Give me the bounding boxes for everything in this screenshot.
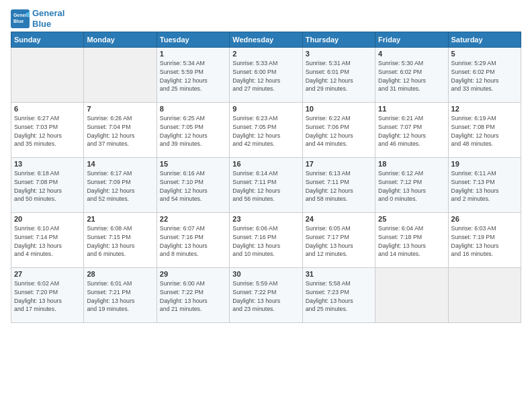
calendar-cell: 15Sunrise: 6:16 AMSunset: 7:10 PMDayligh… — [157, 158, 229, 213]
weekday-header: Monday — [84, 32, 157, 48]
day-info: Sunrise: 6:22 AMSunset: 7:06 PMDaylight:… — [306, 114, 372, 148]
day-number: 8 — [160, 105, 226, 113]
weekday-header: Thursday — [302, 32, 375, 48]
calendar-cell: 10Sunrise: 6:22 AMSunset: 7:06 PMDayligh… — [302, 103, 375, 158]
calendar-cell: 12Sunrise: 6:19 AMSunset: 7:08 PMDayligh… — [448, 103, 521, 158]
calendar-cell: 3Sunrise: 5:31 AMSunset: 6:01 PMDaylight… — [302, 48, 375, 103]
day-info: Sunrise: 6:18 AMSunset: 7:08 PMDaylight:… — [14, 169, 81, 203]
day-info: Sunrise: 5:31 AMSunset: 6:01 PMDaylight:… — [306, 59, 372, 93]
day-number: 11 — [378, 105, 445, 113]
day-number: 31 — [306, 270, 372, 278]
day-number: 21 — [87, 215, 153, 223]
calendar-cell: 6Sunrise: 6:27 AMSunset: 7:03 PMDaylight… — [11, 103, 84, 158]
weekday-header: Wednesday — [230, 32, 302, 48]
calendar-cell: 23Sunrise: 6:06 AMSunset: 7:16 PMDayligh… — [230, 213, 302, 268]
day-info: Sunrise: 6:26 AMSunset: 7:04 PMDaylight:… — [87, 114, 153, 148]
svg-text:Blue: Blue — [13, 19, 24, 24]
day-number: 14 — [87, 160, 153, 168]
calendar-cell: 11Sunrise: 6:21 AMSunset: 7:07 PMDayligh… — [375, 103, 448, 158]
calendar-cell: 30Sunrise: 5:59 AMSunset: 7:22 PMDayligh… — [230, 268, 302, 323]
logo: General Blue General Blue — [11, 8, 64, 29]
day-number: 27 — [14, 270, 81, 278]
day-info: Sunrise: 6:11 AMSunset: 7:13 PMDaylight:… — [451, 169, 518, 203]
day-number: 3 — [306, 50, 372, 58]
day-number: 5 — [451, 50, 518, 58]
day-info: Sunrise: 5:34 AMSunset: 5:59 PMDaylight:… — [160, 59, 226, 93]
day-number: 23 — [232, 215, 299, 223]
calendar-week-row: 1Sunrise: 5:34 AMSunset: 5:59 PMDaylight… — [11, 48, 521, 103]
day-number: 12 — [451, 105, 518, 113]
calendar-cell: 24Sunrise: 6:05 AMSunset: 7:17 PMDayligh… — [302, 213, 375, 268]
weekday-header: Saturday — [448, 32, 521, 48]
calendar-page: General Blue General Blue SundayMondayTu… — [0, 0, 532, 411]
day-info: Sunrise: 6:06 AMSunset: 7:16 PMDaylight:… — [232, 224, 299, 259]
day-info: Sunrise: 6:21 AMSunset: 7:07 PMDaylight:… — [378, 114, 445, 148]
calendar-cell: 19Sunrise: 6:11 AMSunset: 7:13 PMDayligh… — [448, 158, 521, 213]
calendar-table: SundayMondayTuesdayWednesdayThursdayFrid… — [11, 32, 521, 323]
day-info: Sunrise: 6:23 AMSunset: 7:05 PMDaylight:… — [232, 114, 299, 148]
calendar-cell: 5Sunrise: 5:29 AMSunset: 6:02 PMDaylight… — [448, 48, 521, 103]
calendar-cell: 7Sunrise: 6:26 AMSunset: 7:04 PMDaylight… — [84, 103, 157, 158]
day-info: Sunrise: 6:10 AMSunset: 7:14 PMDaylight:… — [14, 224, 81, 259]
calendar-cell — [448, 268, 521, 323]
calendar-cell — [84, 48, 157, 103]
calendar-cell: 29Sunrise: 6:00 AMSunset: 7:22 PMDayligh… — [157, 268, 229, 323]
day-number: 19 — [451, 160, 518, 168]
logo-text: General Blue — [32, 8, 64, 29]
day-number: 16 — [232, 160, 299, 168]
calendar-cell: 18Sunrise: 6:12 AMSunset: 7:12 PMDayligh… — [375, 158, 448, 213]
day-number: 7 — [87, 105, 153, 113]
day-number: 1 — [160, 50, 226, 58]
day-info: Sunrise: 6:16 AMSunset: 7:10 PMDaylight:… — [160, 169, 226, 203]
day-info: Sunrise: 6:12 AMSunset: 7:12 PMDaylight:… — [378, 169, 445, 203]
calendar-cell: 8Sunrise: 6:25 AMSunset: 7:05 PMDaylight… — [157, 103, 229, 158]
day-number: 13 — [14, 160, 81, 168]
weekday-header-row: SundayMondayTuesdayWednesdayThursdayFrid… — [11, 32, 521, 48]
day-info: Sunrise: 5:59 AMSunset: 7:22 PMDaylight:… — [232, 279, 299, 314]
day-info: Sunrise: 6:14 AMSunset: 7:11 PMDaylight:… — [232, 169, 299, 203]
calendar-cell: 14Sunrise: 6:17 AMSunset: 7:09 PMDayligh… — [84, 158, 157, 213]
calendar-cell: 21Sunrise: 6:08 AMSunset: 7:15 PMDayligh… — [84, 213, 157, 268]
calendar-cell: 17Sunrise: 6:13 AMSunset: 7:11 PMDayligh… — [302, 158, 375, 213]
day-info: Sunrise: 6:00 AMSunset: 7:22 PMDaylight:… — [160, 279, 226, 314]
day-info: Sunrise: 6:05 AMSunset: 7:17 PMDaylight:… — [306, 224, 372, 259]
calendar-cell: 16Sunrise: 6:14 AMSunset: 7:11 PMDayligh… — [230, 158, 302, 213]
day-info: Sunrise: 5:30 AMSunset: 6:02 PMDaylight:… — [378, 59, 445, 93]
weekday-header: Friday — [375, 32, 448, 48]
calendar-week-row: 20Sunrise: 6:10 AMSunset: 7:14 PMDayligh… — [11, 213, 521, 268]
day-number: 2 — [232, 50, 299, 58]
calendar-cell: 28Sunrise: 6:01 AMSunset: 7:21 PMDayligh… — [84, 268, 157, 323]
day-info: Sunrise: 6:03 AMSunset: 7:19 PMDaylight:… — [451, 224, 518, 259]
day-info: Sunrise: 5:33 AMSunset: 6:00 PMDaylight:… — [232, 59, 299, 93]
calendar-cell: 25Sunrise: 6:04 AMSunset: 7:18 PMDayligh… — [375, 213, 448, 268]
day-info: Sunrise: 6:07 AMSunset: 7:16 PMDaylight:… — [160, 224, 226, 259]
logo-icon: General Blue — [11, 9, 30, 28]
day-number: 29 — [160, 270, 226, 278]
calendar-cell: 20Sunrise: 6:10 AMSunset: 7:14 PMDayligh… — [11, 213, 84, 268]
calendar-cell: 1Sunrise: 5:34 AMSunset: 5:59 PMDaylight… — [157, 48, 229, 103]
day-number: 25 — [378, 215, 445, 223]
header: General Blue General Blue — [11, 8, 521, 29]
calendar-cell — [375, 268, 448, 323]
day-number: 20 — [14, 215, 81, 223]
calendar-cell: 4Sunrise: 5:30 AMSunset: 6:02 PMDaylight… — [375, 48, 448, 103]
calendar-week-row: 27Sunrise: 6:02 AMSunset: 7:20 PMDayligh… — [11, 268, 521, 323]
calendar-cell: 13Sunrise: 6:18 AMSunset: 7:08 PMDayligh… — [11, 158, 84, 213]
day-number: 24 — [306, 215, 372, 223]
day-info: Sunrise: 6:13 AMSunset: 7:11 PMDaylight:… — [306, 169, 372, 203]
day-number: 18 — [378, 160, 445, 168]
calendar-week-row: 13Sunrise: 6:18 AMSunset: 7:08 PMDayligh… — [11, 158, 521, 213]
day-number: 6 — [14, 105, 81, 113]
day-number: 28 — [87, 270, 153, 278]
calendar-cell — [11, 48, 84, 103]
calendar-cell: 31Sunrise: 5:58 AMSunset: 7:23 PMDayligh… — [302, 268, 375, 323]
day-number: 17 — [306, 160, 372, 168]
day-number: 9 — [232, 105, 299, 113]
day-number: 10 — [306, 105, 372, 113]
calendar-cell: 9Sunrise: 6:23 AMSunset: 7:05 PMDaylight… — [230, 103, 302, 158]
calendar-cell: 27Sunrise: 6:02 AMSunset: 7:20 PMDayligh… — [11, 268, 84, 323]
day-number: 26 — [451, 215, 518, 223]
day-info: Sunrise: 6:19 AMSunset: 7:08 PMDaylight:… — [451, 114, 518, 148]
day-info: Sunrise: 5:58 AMSunset: 7:23 PMDaylight:… — [306, 279, 372, 314]
day-info: Sunrise: 6:17 AMSunset: 7:09 PMDaylight:… — [87, 169, 153, 203]
